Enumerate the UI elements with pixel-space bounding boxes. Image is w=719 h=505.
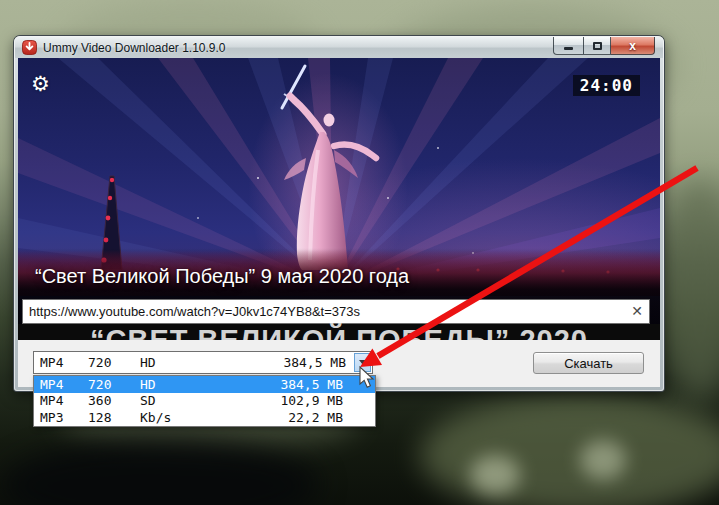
clear-url-icon[interactable]: ✕ [631, 303, 643, 319]
dropdown-option-mp4-360[interactable]: MP4 360 SD 102,9 MB [34, 393, 375, 410]
video-thumbnail-art [18, 58, 660, 340]
window-title: Ummy Video Downloader 1.10.9.0 [43, 41, 226, 55]
url-input[interactable] [22, 299, 650, 324]
download-button[interactable]: Скачать [533, 352, 644, 374]
gear-icon[interactable]: ⚙ [31, 72, 50, 96]
maximize-button[interactable] [583, 37, 611, 55]
format-dropdown-list: MP4 720 HD 384,5 MB MP4 360 SD 102,9 MB … [33, 375, 376, 427]
app-window: Ummy Video Downloader 1.10.9.0 x [14, 36, 664, 391]
format-combobox[interactable]: MP4 720 HD 384,5 MB [33, 351, 373, 374]
dropdown-option-mp4-720[interactable]: MP4 720 HD 384,5 MB [34, 376, 375, 393]
close-icon: x [629, 40, 636, 52]
maximize-icon [593, 42, 602, 50]
chevron-down-icon [359, 360, 367, 365]
background-texture [580, 440, 626, 480]
mouse-cursor-icon [358, 366, 378, 392]
selected-unit: HD [140, 355, 283, 370]
window-controls: x [553, 37, 655, 55]
minimize-button[interactable] [553, 37, 583, 55]
thumbnail-caption: “СВЕТ ВЕЛИКОЙ ПОБЕДЫ” 2020 [18, 324, 660, 340]
thumbnail-caption-band: “СВЕТ ВЕЛИКОЙ ПОБЕДЫ” 2020 [18, 324, 660, 340]
minimize-icon [564, 47, 573, 50]
dropdown-option-mp3-128[interactable]: MP3 128 Kb/s 22,2 MB [34, 409, 375, 426]
app-icon [22, 40, 37, 55]
background-texture [660, 180, 719, 400]
selected-size: 384,5 MB [283, 355, 346, 370]
selected-quality: 720 [88, 355, 140, 370]
video-duration-badge: 24:00 [573, 75, 640, 96]
video-title-overlay: “Свет Великой Победы” 9 мая 2020 года [35, 265, 409, 288]
url-bar: ✕ [22, 299, 650, 324]
window-content: ⚙ 24:00 “Свет Великой Победы” 9 мая 2020… [18, 58, 660, 387]
close-button[interactable]: x [611, 37, 655, 55]
background-texture [470, 455, 520, 495]
background-texture [420, 395, 719, 505]
selected-format: MP4 [40, 355, 88, 370]
video-preview: ⚙ 24:00 “Свет Великой Победы” 9 мая 2020… [18, 58, 660, 340]
background-texture [0, 440, 320, 505]
titlebar[interactable]: Ummy Video Downloader 1.10.9.0 x [15, 37, 663, 58]
